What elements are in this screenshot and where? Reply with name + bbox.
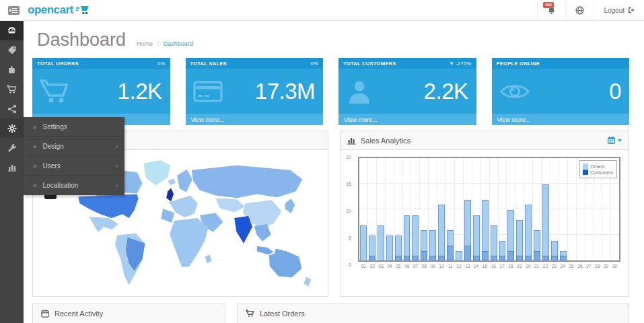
customers-bar: [464, 246, 471, 260]
orders-bar: [516, 220, 523, 260]
extensions-icon: [7, 65, 17, 75]
flyout-item-users[interactable]: » Users ›: [24, 156, 124, 176]
chart-slot: [403, 158, 412, 260]
chart-slot: [429, 158, 437, 260]
x-tick-label: 13: [463, 264, 472, 268]
cart-icon: [246, 310, 254, 318]
tile-label: TOTAL ORDERS: [37, 61, 79, 67]
sidebar-item-extensions[interactable]: [0, 60, 24, 79]
breadcrumb: Home / Dashboard: [137, 40, 193, 47]
notifications-button[interactable]: 521: [537, 0, 565, 20]
recent-activity-panel: Recent Activity: [32, 303, 225, 323]
view-more-link[interactable]: View more...: [186, 114, 324, 125]
store-front-button[interactable]: [565, 0, 594, 20]
sidebar-item-sales[interactable]: [0, 79, 24, 99]
customers-bar: [429, 256, 436, 260]
customers-bar: [369, 256, 375, 260]
orders-bar: [360, 225, 367, 260]
credit-card-icon: [193, 80, 223, 103]
x-tick-label: 07: [411, 264, 420, 268]
flyout-item-label: Users: [43, 162, 61, 170]
orders-bar: [456, 251, 462, 260]
breadcrumb-separator: /: [157, 40, 159, 47]
x-tick-label: 21: [532, 264, 541, 268]
cart-icon: [40, 79, 71, 104]
chart-slot: [568, 158, 577, 260]
orders-bar: [412, 215, 419, 260]
double-chevron-icon: »: [33, 123, 37, 131]
x-tick-label: 17: [498, 264, 507, 268]
customers-bar: [421, 251, 427, 260]
tile-value: 17.3M: [255, 79, 315, 104]
stat-tiles-row: TOTAL ORDERS 0% 1.2K View more... TOTAL …: [32, 58, 629, 125]
submenu-arrow-icon: ›: [116, 162, 118, 170]
sidebar-item-marketing[interactable]: [0, 99, 24, 118]
chart-slot: [455, 158, 464, 260]
bar-chart-icon: [7, 163, 17, 172]
tile-delta: 0%: [311, 61, 318, 67]
chart-slot: [533, 158, 542, 260]
sidebar-item-reports[interactable]: [0, 157, 24, 177]
x-tick-label: 02: [368, 264, 377, 268]
x-tick-label: 22: [541, 264, 550, 268]
customers-bar: [438, 256, 445, 260]
customers-bar: [491, 256, 497, 260]
y-tick-label: 0: [349, 262, 351, 267]
customers-bar: [473, 256, 480, 260]
breadcrumb-current[interactable]: Dashboard: [164, 40, 193, 47]
date-range-button[interactable]: [607, 136, 622, 145]
x-tick-label: 19: [515, 264, 524, 268]
panel-title: Latest Orders: [260, 310, 305, 318]
sidebar-item-catalog[interactable]: [0, 40, 24, 60]
flyout-item-design[interactable]: » Design ›: [24, 137, 124, 156]
chevron-down-icon: [618, 139, 622, 142]
menu-toggle-icon[interactable]: [8, 6, 20, 15]
tile-value: 1.2K: [118, 79, 162, 104]
tile-people-online: PEOPLE ONLINE 0 View more...: [492, 58, 630, 125]
double-chevron-icon: »: [33, 143, 37, 150]
x-tick-label: 09: [429, 264, 437, 268]
x-tick-label: 20: [524, 264, 532, 268]
chart-slot: [359, 158, 368, 260]
customers-bar: [404, 256, 410, 260]
x-tick-label: 06: [402, 264, 411, 268]
orders-bar: [525, 205, 532, 260]
orders-bar: [473, 215, 480, 260]
customers-bar: [482, 251, 489, 260]
sidebar-item-system[interactable]: [0, 118, 24, 138]
tile-label: PEOPLE ONLINE: [497, 61, 540, 67]
breadcrumb-home[interactable]: Home: [137, 40, 153, 47]
chart-slot: [507, 158, 515, 260]
customers-bar: [516, 256, 523, 260]
view-more-link[interactable]: View more...: [492, 114, 630, 125]
customers-bar: [412, 256, 419, 260]
x-tick-label: 14: [472, 264, 480, 268]
notifications-badge: 521: [543, 2, 554, 8]
x-tick-label: 10: [437, 264, 446, 268]
logout-button[interactable]: Logout: [594, 0, 644, 20]
flyout-item-localisation[interactable]: » Localisation ›: [24, 176, 124, 195]
tile-value: 2.2K: [424, 79, 468, 104]
chart-slot: [472, 158, 481, 260]
orders-bar: [404, 215, 410, 260]
legend-label: Orders: [590, 164, 604, 169]
flyout-notch: [44, 195, 57, 199]
chart-slot: [386, 158, 394, 260]
chart-yaxis: 05101520: [341, 157, 355, 264]
chart-slot: [420, 158, 429, 260]
flyout-item-settings[interactable]: » Settings: [24, 117, 124, 137]
logout-label: Logout: [604, 7, 624, 14]
system-flyout-menu: » Settings » Design › » Users › » Locali…: [24, 117, 124, 195]
y-tick-label: 15: [346, 182, 351, 186]
customers-bar: [395, 256, 402, 260]
sidebar-item-dashboard[interactable]: [0, 21, 24, 40]
chart-slot: [411, 158, 420, 260]
view-more-link[interactable]: View more...: [338, 114, 476, 125]
x-tick-label: 27: [584, 264, 593, 268]
sidebar-item-tools[interactable]: [0, 138, 24, 157]
chart-slot: [377, 158, 386, 260]
x-tick-label: 08: [420, 264, 429, 268]
y-tick-label: 5: [349, 236, 351, 240]
tile-delta: 0%: [157, 61, 165, 67]
customers-bar: [525, 256, 532, 260]
